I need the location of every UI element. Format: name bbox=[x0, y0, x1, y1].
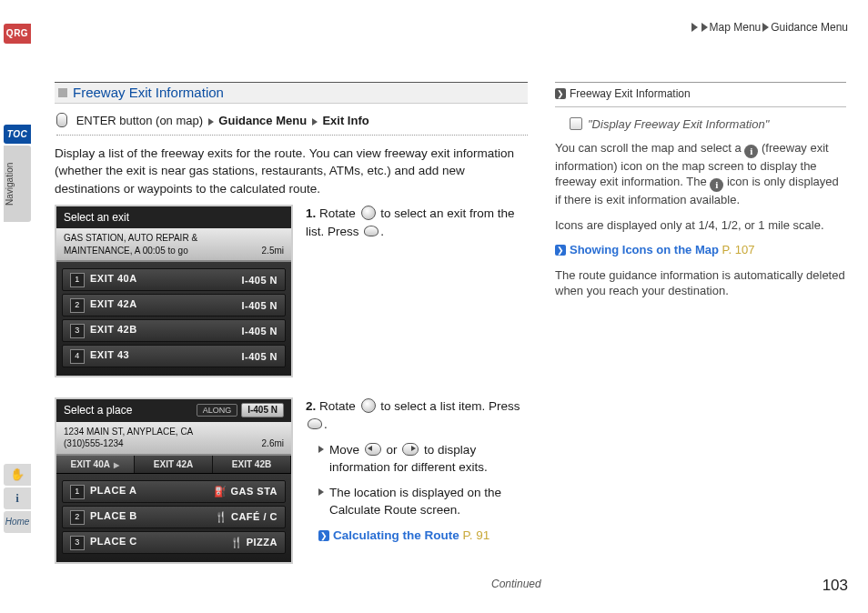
path-b: Guidance Menu bbox=[218, 114, 307, 127]
step-2: Select a place ALONG I-405 N 1234 MAIN S… bbox=[55, 397, 528, 564]
section-title: Freeway Exit Information bbox=[73, 84, 224, 102]
txt: Move bbox=[329, 443, 359, 457]
exit-name: EXIT 42B bbox=[90, 324, 137, 335]
voice-icon[interactable]: ✋ bbox=[4, 464, 31, 486]
mock2-list: 1PLACE A⛽ GAS STA 2PLACE B🍴 CAFÉ / C 3PL… bbox=[56, 474, 291, 562]
place-name: PLACE C bbox=[90, 536, 137, 547]
route-label: I-405 N bbox=[241, 325, 278, 338]
row-num: 1 bbox=[70, 273, 85, 287]
list-item: 3PLACE C🍴 PIZZA bbox=[62, 531, 286, 554]
tab-toc[interactable]: TOC bbox=[4, 125, 31, 145]
step2-sublist: Move or to display information for diffe… bbox=[306, 441, 528, 519]
info-circle-icon: i bbox=[710, 178, 723, 192]
tab-item: EXIT 42B bbox=[213, 456, 291, 474]
mock1-sub-line2: MAINTENANCE, A 00:05 to go bbox=[64, 246, 188, 256]
left-arrow-icon bbox=[365, 443, 381, 456]
list-item: 1PLACE A⛽ GAS STA bbox=[62, 480, 286, 503]
row-num: 2 bbox=[70, 510, 85, 525]
chevron-right-icon bbox=[762, 23, 769, 32]
link-mark-icon: ❯ bbox=[318, 530, 329, 541]
intro-text: Display a list of the freeway exits for … bbox=[55, 145, 528, 198]
mock2-distance: 2.6mi bbox=[262, 437, 284, 450]
side-heading-text: Freeway Exit Information bbox=[570, 87, 691, 100]
mock2-addr2: (310)555-1234 bbox=[64, 438, 124, 448]
mock2-tabs: EXIT 40A ▶ EXIT 42A EXIT 42B bbox=[56, 456, 291, 475]
tab-item: EXIT 42A bbox=[135, 456, 213, 474]
along-badge: ALONG bbox=[197, 404, 238, 417]
step1-a: Rotate bbox=[319, 206, 356, 220]
path-a: ENTER button (on map) bbox=[76, 114, 203, 127]
mock2-addr1: 1234 MAIN ST, ANYPLACE, CA bbox=[64, 426, 284, 438]
place-category: 🍴 PIZZA bbox=[230, 536, 278, 549]
place-name: PLACE B bbox=[90, 510, 137, 521]
exit-name: EXIT 43 bbox=[90, 349, 129, 360]
home-button[interactable]: Home bbox=[4, 511, 31, 533]
place-category: 🍴 CAFÉ / C bbox=[215, 510, 278, 524]
sub-item: Move or to display information for diffe… bbox=[318, 441, 528, 477]
info-circle-icon: i bbox=[744, 145, 758, 158]
mock2-title-text: Select a place bbox=[64, 404, 132, 417]
link-mark-icon: ❯ bbox=[555, 245, 566, 256]
breadcrumb-a[interactable]: Map Menu bbox=[710, 21, 762, 34]
step2-b: to select a list item. Press bbox=[380, 399, 520, 413]
sub-item: The location is displayed on the Calcula… bbox=[318, 484, 528, 519]
nav-path: ENTER button (on map) Guidance Menu Exit… bbox=[56, 113, 528, 136]
right-arrow-icon bbox=[402, 443, 419, 456]
side-p2: Icons are displayed only at 1/4, 1/2, or… bbox=[555, 217, 846, 234]
row-num: 1 bbox=[70, 485, 85, 499]
path-c: Exit Info bbox=[322, 114, 368, 127]
mock1-list: 1EXIT 40AI-405 N 2EXIT 42AI-405 N 3EXIT … bbox=[56, 262, 291, 376]
link-showing-icons[interactable]: Showing Icons on the Map P. 107 bbox=[570, 243, 755, 256]
section-heading: Freeway Exit Information bbox=[55, 82, 528, 104]
chevron-right-icon bbox=[312, 118, 318, 126]
mock1-distance: 2.5mi bbox=[262, 245, 284, 257]
press-button-icon bbox=[364, 226, 378, 236]
tab-navigation[interactable]: Navigation bbox=[4, 146, 31, 222]
route-label: I-405 N bbox=[241, 350, 278, 364]
step2-link-row: ❯Calculating the Route P. 91 bbox=[306, 527, 528, 545]
txt: or bbox=[387, 443, 398, 457]
enter-button-icon bbox=[56, 113, 67, 127]
step-number: 1. bbox=[306, 206, 316, 220]
tab-label: EXIT 40A bbox=[71, 459, 110, 469]
rotary-dial-icon bbox=[361, 398, 376, 413]
row-num: 3 bbox=[70, 324, 85, 338]
side-column: ❯Freeway Exit Information "Display Freew… bbox=[555, 82, 846, 308]
route-label: I-405 N bbox=[241, 274, 278, 287]
side-link-row: ❯Showing Icons on the Map P. 107 bbox=[555, 242, 846, 258]
page: Map MenuGuidance Menu QRG TOC Navigation… bbox=[0, 0, 868, 613]
route-badge: I-405 N bbox=[241, 403, 284, 417]
tab-qrg[interactable]: QRG bbox=[4, 24, 31, 44]
row-num: 2 bbox=[70, 298, 85, 313]
side-heading: ❯Freeway Exit Information bbox=[555, 83, 846, 106]
mock2-title: Select a place ALONG I-405 N bbox=[56, 399, 291, 421]
info-icon[interactable]: i bbox=[4, 487, 31, 509]
press-button-icon bbox=[308, 418, 322, 429]
place-name: PLACE A bbox=[90, 485, 136, 496]
list-item: 2PLACE B🍴 CAFÉ / C bbox=[62, 506, 286, 528]
breadcrumb: Map MenuGuidance Menu bbox=[690, 20, 848, 35]
mock1-sub-line1: GAS STATION, AUTO REPAIR & bbox=[64, 232, 284, 245]
page-number: 103 bbox=[823, 576, 848, 597]
step2-text: 2. Rotate to select a list item. Press .… bbox=[306, 397, 528, 544]
chevron-right-icon bbox=[691, 23, 698, 32]
breadcrumb-b[interactable]: Guidance Menu bbox=[771, 21, 848, 34]
chevron-right-icon bbox=[701, 23, 708, 32]
list-item: 3EXIT 42BI-405 N bbox=[62, 319, 286, 342]
chevron-right-icon: ▶ bbox=[114, 461, 119, 469]
route-label: I-405 N bbox=[241, 299, 278, 313]
voice-command: "Display Freeway Exit Information" bbox=[555, 116, 846, 140]
exit-name: EXIT 42A bbox=[90, 298, 137, 309]
side-p1: You can scroll the map and select a i (f… bbox=[555, 140, 846, 208]
tab-item: EXIT 40A ▶ bbox=[56, 456, 135, 474]
row-num: 4 bbox=[70, 349, 85, 364]
exit-name: EXIT 40A bbox=[90, 273, 137, 284]
side-rail: QRG TOC Navigation ✋ i Home bbox=[4, 24, 35, 597]
step1-text: 1. Rotate to select an exit from the lis… bbox=[306, 205, 528, 240]
step-1: Select an exit GAS STATION, AUTO REPAIR … bbox=[55, 205, 528, 377]
rotary-dial-icon bbox=[361, 206, 376, 220]
mock2-sub: 1234 MAIN ST, ANYPLACE, CA (310)555-1234… bbox=[56, 422, 291, 456]
place-category: ⛽ GAS STA bbox=[214, 485, 278, 498]
link-calculating-route[interactable]: Calculating the Route P. 91 bbox=[333, 528, 490, 542]
row-num: 3 bbox=[70, 536, 85, 550]
